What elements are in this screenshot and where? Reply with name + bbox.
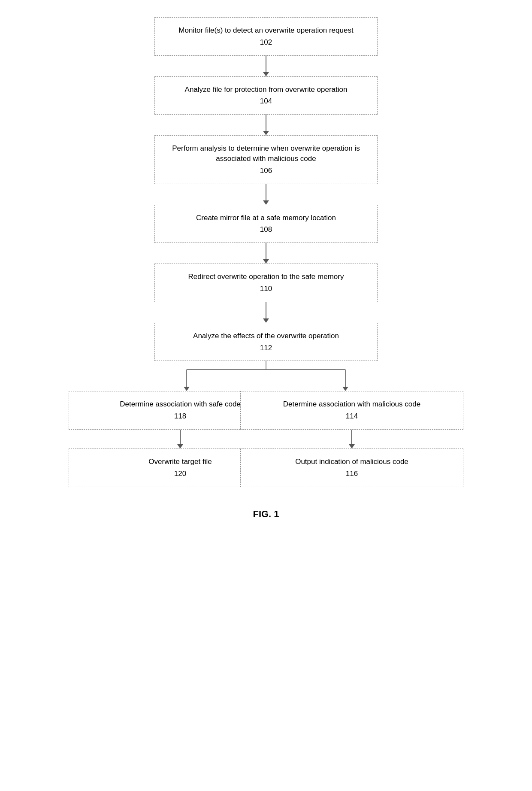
- box-108-text: Create mirror file at a safe memory loca…: [196, 214, 336, 222]
- box-108: Create mirror file at a safe memory loca…: [154, 205, 378, 243]
- box-120-text: Overwrite target file: [148, 458, 212, 466]
- arrow-108-110: [263, 243, 269, 264]
- box-106-ref: 106: [165, 166, 367, 176]
- box-106-text: Perform analysis to determine when overw…: [172, 144, 360, 163]
- box-112: Analyze the effects of the overwrite ope…: [154, 323, 378, 361]
- box-114: Determine association with malicious cod…: [240, 391, 463, 430]
- svg-marker-3: [184, 387, 190, 391]
- box-104: Analyze file for protection from overwri…: [154, 76, 378, 115]
- box-108-ref: 108: [165, 224, 367, 235]
- flowchart: Monitor file(s) to detect an overwrite o…: [73, 17, 459, 487]
- box-104-text: Analyze file for protection from overwri…: [185, 85, 348, 94]
- arrow-110-112: [263, 302, 269, 323]
- box-110-text: Redirect overwrite operation to the safe…: [188, 273, 344, 281]
- box-102-ref: 102: [165, 37, 367, 48]
- branch-left: Determine association with safe code 118…: [107, 391, 253, 487]
- box-116-text: Output indication of malicious code: [295, 458, 408, 466]
- arrow-118-120: [177, 430, 183, 449]
- branch-connector-svg: [107, 361, 425, 391]
- arrow-106-108: [263, 184, 269, 205]
- box-114-text: Determine association with malicious cod…: [283, 400, 420, 408]
- arrow-114-116: [349, 430, 355, 449]
- box-112-ref: 112: [165, 343, 367, 353]
- branch-right: Determine association with malicious cod…: [279, 391, 425, 487]
- box-102: Monitor file(s) to detect an overwrite o…: [154, 17, 378, 56]
- box-102-text: Monitor file(s) to detect an overwrite o…: [178, 26, 353, 34]
- svg-marker-5: [342, 387, 348, 391]
- box-116-ref: 116: [251, 469, 453, 479]
- figure-label: FIG. 1: [253, 509, 279, 520]
- box-110: Redirect overwrite operation to the safe…: [154, 264, 378, 302]
- box-104-ref: 104: [165, 96, 367, 106]
- arrow-102-104: [263, 56, 269, 76]
- box-118-text: Determine association with safe code: [120, 400, 241, 408]
- box-110-ref: 110: [165, 284, 367, 294]
- box-116: Output indication of malicious code 116: [240, 449, 463, 487]
- branch-row: Determine association with safe code 118…: [107, 391, 425, 487]
- box-106: Perform analysis to determine when overw…: [154, 135, 378, 184]
- box-112-text: Analyze the effects of the overwrite ope…: [193, 332, 339, 340]
- box-114-ref: 114: [251, 411, 453, 421]
- arrow-104-106: [263, 115, 269, 135]
